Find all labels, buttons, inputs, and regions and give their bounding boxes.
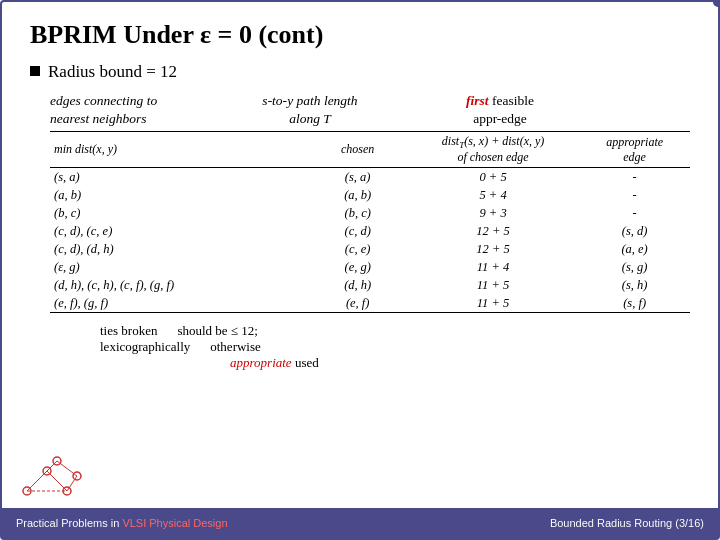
bullet-text: Radius bound = 12 <box>48 62 177 82</box>
cell-col1: (c, d), (c, e) <box>50 222 308 240</box>
subheader-col4: appropriateedge <box>579 132 690 168</box>
header-col1: edges connecting tonearest neighbors <box>50 92 245 127</box>
cell-col1: (s, a) <box>50 168 308 187</box>
subheader-col1: min dist(x, y) <box>50 132 308 168</box>
header-col2: s-to-y path lengthalong T <box>245 92 375 127</box>
cell-col3: 11 + 4 <box>407 258 579 276</box>
svg-line-5 <box>27 471 47 491</box>
bullet-icon <box>30 66 40 76</box>
svg-line-7 <box>47 461 57 471</box>
cell-col3: 0 + 5 <box>407 168 579 187</box>
cell-col1: (ε, g) <box>50 258 308 276</box>
header-col3: first feasibleappr-edge <box>435 92 565 127</box>
cell-col4: (a, e) <box>579 240 690 258</box>
svg-line-9 <box>67 476 77 491</box>
ties-broken-label: ties broken <box>100 323 157 339</box>
table-row: (e, f), (g, f) (e, f) 11 + 5 (s, f) <box>50 294 690 313</box>
table-header-row: edges connecting tonearest neighbors s-t… <box>50 92 690 127</box>
cell-col2: (b, c) <box>308 204 406 222</box>
cell-col2: (e, g) <box>308 258 406 276</box>
bottom-left: Practical Problems in VLSI Physical Desi… <box>16 517 228 529</box>
bottom-right: Bounded Radius Routing (3/16) <box>550 517 704 529</box>
cell-col4: - <box>579 186 690 204</box>
cell-col4: (s, f) <box>579 294 690 313</box>
subheader-col3: distT(s, x) + dist(x, y)of chosen edge <box>407 132 579 168</box>
cell-col4: (s, g) <box>579 258 690 276</box>
cell-col4: - <box>579 204 690 222</box>
cell-col3: 12 + 5 <box>407 222 579 240</box>
cell-col2: (s, a) <box>308 168 406 187</box>
footer-row1: ties broken should be ≤ 12; <box>100 323 690 339</box>
subheader-col2: chosen <box>308 132 406 168</box>
table-row: (d, h), (c, h), (c, f), (g, f) (d, h) 11… <box>50 276 690 294</box>
table-row: (b, c) (b, c) 9 + 3 - <box>50 204 690 222</box>
data-table: min dist(x, y) chosen distT(s, x) + dist… <box>50 131 690 313</box>
bullet-row: Radius bound = 12 <box>30 62 690 82</box>
lexicographically-label: lexicographically <box>100 339 190 355</box>
bottom-left-prefix: Practical Problems in <box>16 517 122 529</box>
footer-row2: lexicographically otherwise <box>100 339 690 355</box>
bottom-bar: Practical Problems in VLSI Physical Desi… <box>2 508 718 538</box>
cell-col1: (b, c) <box>50 204 308 222</box>
svg-line-8 <box>57 461 77 476</box>
cell-col1: (e, f), (g, f) <box>50 294 308 313</box>
cell-col3: 9 + 3 <box>407 204 579 222</box>
table-subheader: min dist(x, y) chosen distT(s, x) + dist… <box>50 132 690 168</box>
table-row: (s, a) (s, a) 0 + 5 - <box>50 168 690 187</box>
cell-col2: (c, e) <box>308 240 406 258</box>
cell-col3: 11 + 5 <box>407 294 579 313</box>
table-row: (ε, g) (e, g) 11 + 4 (s, g) <box>50 258 690 276</box>
cell-col4: - <box>579 168 690 187</box>
cell-col1: (c, d), (d, h) <box>50 240 308 258</box>
first-text: first <box>466 93 489 108</box>
cell-col2: (e, f) <box>308 294 406 313</box>
cell-col4: (s, d) <box>579 222 690 240</box>
cell-col1: (d, h), (c, h), (c, f), (g, f) <box>50 276 308 294</box>
cell-col3: 5 + 4 <box>407 186 579 204</box>
cell-col4: (s, h) <box>579 276 690 294</box>
otherwise-label: otherwise <box>210 339 261 355</box>
corner-dot <box>713 0 720 7</box>
cell-col2: (c, d) <box>308 222 406 240</box>
appropriate-label: appropriate <box>230 355 292 370</box>
footer-notes: ties broken should be ≤ 12; lexicographi… <box>100 323 690 371</box>
slide-container: BPRIM Under ε = 0 (cont) Radius bound = … <box>0 0 720 540</box>
used-text: used <box>295 355 319 370</box>
graph-icon <box>12 451 92 506</box>
slide-title: BPRIM Under ε = 0 (cont) <box>30 20 690 50</box>
table-row: (c, d), (c, e) (c, d) 12 + 5 (s, d) <box>50 222 690 240</box>
vlsi-text: VLSI Physical Design <box>122 517 227 529</box>
cell-col1: (a, b) <box>50 186 308 204</box>
cell-col3: 12 + 5 <box>407 240 579 258</box>
cell-col2: (a, b) <box>308 186 406 204</box>
cell-col3: 11 + 5 <box>407 276 579 294</box>
table-row: (c, d), (d, h) (c, e) 12 + 5 (a, e) <box>50 240 690 258</box>
footer-row3: appropriate used <box>230 355 690 371</box>
should-be-label: should be ≤ 12; <box>177 323 257 339</box>
cell-col2: (d, h) <box>308 276 406 294</box>
table-row: (a, b) (a, b) 5 + 4 - <box>50 186 690 204</box>
table-section: edges connecting tonearest neighbors s-t… <box>50 92 690 371</box>
svg-line-6 <box>47 471 67 491</box>
